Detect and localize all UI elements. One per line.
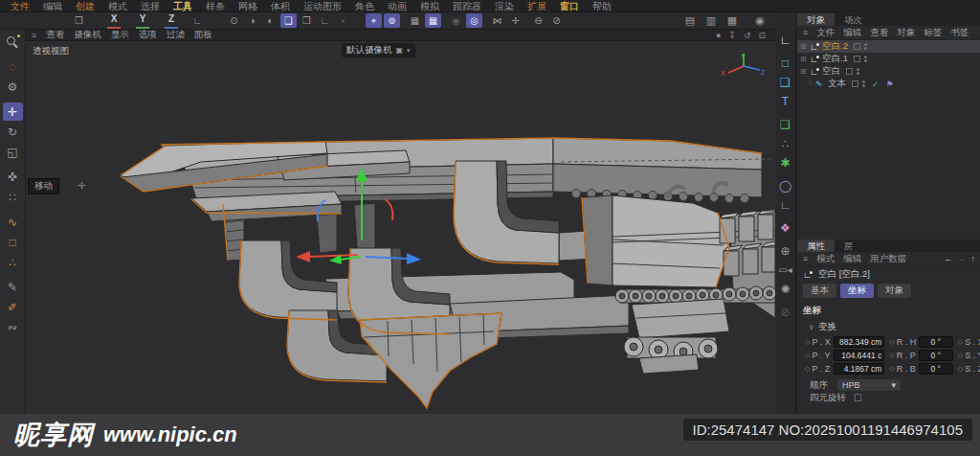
rb-input[interactable]: 0 ° (919, 363, 953, 375)
object-label[interactable]: 文本 (828, 78, 846, 90)
object-label[interactable]: 空白.2 (822, 40, 848, 53)
attr-menu-userdata[interactable]: 用户数据 (870, 253, 906, 265)
visibility-dots[interactable] (864, 56, 867, 62)
object-row-text[interactable]: └ ✎ 文本 ✓ ⚑ (797, 78, 980, 90)
render-queue-icon[interactable]: ▦ (723, 13, 742, 29)
workplane-mode-icon[interactable]: ▪ (335, 13, 351, 28)
spline-points-icon[interactable]: ∴ (3, 253, 23, 271)
move-tool-icon[interactable]: ✛ (3, 103, 23, 121)
om-menu-file[interactable]: 文件 (816, 27, 835, 39)
visibility-dots[interactable] (857, 68, 859, 75)
transform-group[interactable]: ∨ 变换 (797, 318, 980, 335)
om-menu-view[interactable]: 查看 (870, 27, 888, 39)
render-view-icon[interactable]: ▤ (680, 13, 700, 29)
om-menu-bookmarks[interactable]: 书签 (950, 27, 969, 39)
spline-circle-icon[interactable]: ◯ (777, 177, 794, 194)
viewport-canvas[interactable]: 透视视图 默认摄像机 ▣ ▾ 移动 ✛ Y X Z (26, 41, 775, 414)
guide-snap-icon[interactable]: ◉ (448, 13, 464, 28)
polygons-mode-icon[interactable]: ◐ (262, 13, 278, 28)
layer-box[interactable] (846, 68, 853, 75)
om-menu-edit[interactable]: 编辑 (843, 27, 861, 39)
expander-icon[interactable]: ⊞ (800, 42, 810, 51)
menu-select[interactable]: 选择 (134, 0, 167, 12)
nav-back-icon[interactable]: ← (945, 254, 953, 263)
object-label[interactable]: 空白 (822, 65, 840, 78)
enable-snap-icon[interactable]: ⌖ (366, 13, 382, 28)
rp-input[interactable]: 0 ° (919, 350, 953, 361)
modeling-b-icon[interactable]: ⊘ (548, 13, 565, 28)
object-label[interactable]: 空白.1 (822, 53, 848, 65)
model-canvas-svg[interactable] (26, 41, 775, 414)
layer-box[interactable] (854, 56, 860, 62)
sync-view-icon[interactable]: ↧ (728, 31, 736, 40)
spline-pen-icon[interactable]: ∾ (3, 318, 23, 336)
toggle-layout-icon[interactable]: ⊡ (758, 31, 766, 40)
menu-spline[interactable]: 样条 (199, 0, 232, 12)
grid-snap-icon[interactable]: ▦ (407, 13, 423, 28)
tab-attributes[interactable]: 属性 (797, 239, 835, 252)
menu-file[interactable]: 文件 (4, 0, 36, 12)
menu-create[interactable]: 创建 (69, 0, 101, 12)
vp-menu-filter[interactable]: 过滤 (167, 29, 185, 41)
nav-up-icon[interactable]: ↑ (971, 254, 976, 263)
transfer-tool-icon[interactable]: ✜ (3, 168, 23, 186)
viewport[interactable]: ≡ 查看 摄像机 显示 选项 过滤 面板 ● ↧ ↺ ⊡ (26, 30, 775, 414)
menu-volume[interactable]: 体积 (264, 0, 297, 12)
window-icon[interactable]: ❒ (71, 13, 87, 28)
vp-menu-options[interactable]: 选项 (139, 29, 157, 41)
camera-badge[interactable]: 默认摄像机 ▣ ▾ (342, 43, 415, 57)
workplane-snap-icon[interactable]: ◎ (466, 13, 482, 28)
lock-x-button[interactable]: X (107, 13, 121, 29)
menu-mograph[interactable]: 运动图形 (297, 0, 348, 12)
key-diamond-icon[interactable]: ◇ (958, 352, 963, 359)
edges-mode-icon[interactable]: ◑ (244, 13, 260, 28)
attr-menu-mode[interactable]: 模式 (816, 253, 835, 265)
tab-objects[interactable]: 对象 (797, 13, 835, 26)
expander-icon[interactable]: ⊞ (800, 67, 810, 76)
modeling-a-icon[interactable]: ⊖ (530, 13, 546, 28)
menu-tracker[interactable]: 跟踪器 (446, 0, 488, 12)
vp-menu-view[interactable]: 查看 (46, 29, 64, 41)
key-diamond-icon[interactable]: ◇ (958, 365, 963, 373)
material-icon[interactable]: ⊘ (777, 304, 794, 320)
vp-menu-display[interactable]: 显示 (111, 29, 129, 41)
axis-modify-icon[interactable]: ✛ (507, 13, 523, 28)
model-mode-icon[interactable]: ❑ (280, 13, 297, 28)
menu-mode[interactable]: 模式 (101, 0, 134, 12)
nav-forward-icon[interactable]: → (958, 254, 967, 263)
texture-mode-icon[interactable]: ❒ (299, 13, 315, 28)
expander-icon[interactable]: ⊞ (800, 55, 810, 63)
basic-button[interactable]: 基本 (803, 284, 836, 298)
coord-system-icon[interactable]: ∟ (189, 13, 206, 28)
vp-menu-panel[interactable]: 面板 (194, 29, 212, 41)
command-search-icon[interactable] (3, 33, 23, 51)
pz-input[interactable]: 4.1867 cm (834, 363, 884, 375)
vp-menu-camera[interactable]: 摄像机 (74, 29, 101, 41)
camera-icon[interactable]: ▭◂ (777, 262, 794, 278)
menu-help[interactable]: 帮助 (586, 0, 618, 12)
om-menu-objects[interactable]: 对象 (897, 27, 915, 39)
magnet-tool-icon[interactable]: ∷ (3, 188, 23, 206)
instance-icon[interactable]: ❖ (777, 219, 794, 236)
attr-menu-edit[interactable]: 编辑 (843, 253, 861, 265)
rh-input[interactable]: 0 ° (919, 336, 953, 348)
spline-arc-icon[interactable]: □ (3, 233, 23, 251)
gizmo-rotate-red[interactable] (385, 199, 392, 220)
render-region-icon[interactable]: ▥ (702, 13, 721, 29)
spline-rect-icon[interactable]: □ (777, 55, 794, 71)
menu-mesh[interactable]: 网格 (232, 0, 264, 12)
model-mesh[interactable] (121, 138, 775, 408)
array-generator-icon[interactable]: ∴ (777, 135, 794, 151)
key-diamond-icon[interactable]: ◇ (889, 352, 894, 359)
symmetry-toggle-icon[interactable]: ⋈ (489, 13, 505, 28)
primitive-cube-icon[interactable]: ❑ (777, 74, 794, 90)
menu-animate[interactable]: 动画 (381, 0, 413, 12)
lock-z-button[interactable]: Z (165, 13, 178, 29)
key-diamond-icon[interactable]: ◇ (889, 338, 894, 346)
menu-tools[interactable]: 工具 (167, 0, 199, 12)
menu-extensions[interactable]: 扩展 (521, 0, 553, 12)
light-icon[interactable]: ✺ (777, 281, 794, 297)
attr-hamburger-icon[interactable]: ≡ (803, 254, 808, 263)
menu-simulate[interactable]: 模拟 (413, 0, 446, 12)
object-button[interactable]: 对象 (878, 284, 911, 298)
